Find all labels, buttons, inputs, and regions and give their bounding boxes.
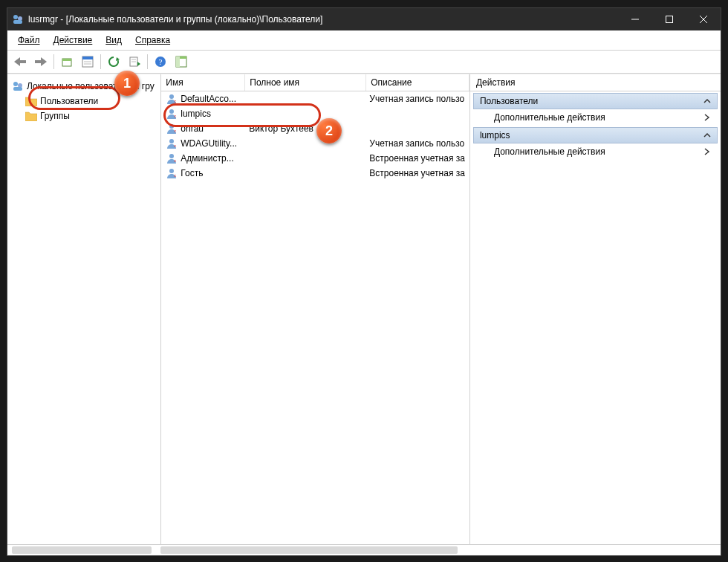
table-row[interactable]: Администр...Встроенная учетная за [161,151,469,166]
list-body: DefaultAcco...Учетная запись пользоlumpi… [161,91,469,544]
actions-group-selection[interactable]: lumpics [473,127,718,143]
cell-name: Администр... [181,153,233,164]
export-button[interactable] [125,52,144,71]
menu-action[interactable]: Действие [48,33,99,47]
folder-icon [25,95,37,107]
cell-name: Гость [181,168,203,178]
user-icon [166,152,178,164]
svg-point-30 [169,124,174,129]
statusbar [7,544,721,555]
actions-group-selection-label: lumpics [480,130,510,140]
user-icon [166,138,178,149]
svg-point-32 [169,154,174,158]
maximize-button[interactable] [652,8,686,30]
properties-button[interactable] [78,52,97,71]
svg-point-33 [169,169,174,173]
toolbar-separator [100,54,101,69]
cell-name: DefaultAcco... [181,94,236,104]
tree-panel: Локальные пользователи и гру Пользовател… [7,74,161,544]
cell-desc: Учетная запись пользо [369,138,464,149]
chevron-right-icon [704,148,710,155]
tree-root-label: Локальные пользователи и гру [27,81,155,91]
user-icon [166,167,178,179]
svg-rect-23 [176,56,180,67]
actions-panel: Действия Пользователи Дополнительные дей… [470,74,721,544]
window-title: lusrmgr - [Локальные пользователи и груп… [28,14,618,25]
actions-more-1[interactable]: Дополнительные действия [473,109,718,126]
menu-help[interactable]: Справка [129,33,176,47]
tree-users-label: Пользователи [40,96,98,106]
menubar: Файл Действие Вид Справка [7,30,721,51]
svg-rect-27 [13,87,22,91]
actions-more-2-label: Дополнительные действия [494,146,605,157]
svg-marker-8 [35,57,47,66]
actions-more-2[interactable]: Дополнительные действия [473,143,718,160]
svg-rect-12 [82,56,93,59]
toolbar-separator [147,54,148,69]
cell-name: lumpics [181,109,211,119]
cell-desc: Встроенная учетная за [369,153,465,164]
view-button[interactable] [172,52,191,71]
menu-file[interactable]: Файл [12,33,46,47]
refresh-button[interactable] [104,52,123,71]
cell-desc: Встроенная учетная за [369,168,465,178]
list-scrollbar[interactable] [160,546,458,554]
help-button[interactable]: ? [151,52,170,71]
folder-icon [25,110,37,122]
list-panel: Имя Полное имя Описание DefaultAcco...Уч… [161,74,470,544]
svg-point-0 [13,15,18,19]
titlebar: lusrmgr - [Локальные пользователи и груп… [7,8,721,30]
back-button[interactable] [10,52,30,71]
toolbar-separator [53,54,54,69]
svg-point-31 [169,139,174,143]
table-row[interactable]: WDAGUtility...Учетная запись пользо [161,136,469,151]
client-area: Локальные пользователи и гру Пользовател… [7,74,721,544]
chevron-up-icon [703,132,711,139]
tree-root[interactable]: Локальные пользователи и гру [10,79,157,94]
list-header: Имя Полное имя Описание [161,74,469,91]
table-row[interactable]: ГостьВстроенная учетная за [161,166,469,181]
svg-rect-10 [62,59,71,61]
svg-text:?: ? [159,57,163,66]
tree-scrollbar[interactable] [12,546,152,554]
window: lusrmgr - [Локальные пользователи и груп… [7,7,721,556]
column-name[interactable]: Имя [161,74,245,91]
svg-point-29 [169,109,174,114]
actions-group-users-label: Пользователи [480,96,538,106]
forward-button[interactable] [31,52,51,71]
svg-point-25 [13,82,18,86]
menu-view[interactable]: Вид [100,33,128,47]
table-row[interactable]: DefaultAcco...Учетная запись пользо [161,91,469,106]
window-buttons [618,8,721,30]
actions-group-users[interactable]: Пользователи [473,93,718,109]
svg-rect-24 [180,56,186,59]
toolbar: ? [7,51,721,74]
actions-header: Действия [470,74,721,91]
chevron-right-icon [704,114,710,121]
user-icon [166,93,178,105]
svg-rect-2 [13,20,22,24]
tree-groups[interactable]: Группы [24,109,157,123]
minimize-button[interactable] [618,8,652,30]
users-groups-icon [12,80,24,92]
svg-marker-19 [137,62,140,66]
up-button[interactable] [57,52,77,71]
cell-name: ohrau [181,123,204,134]
column-desc[interactable]: Описание [366,74,469,91]
actions-more-1-label: Дополнительные действия [494,112,605,123]
close-button[interactable] [686,8,721,30]
tree-users[interactable]: Пользователи [24,94,157,109]
svg-rect-4 [666,16,673,23]
tree-groups-label: Группы [40,111,70,121]
svg-marker-7 [14,57,26,66]
user-icon [166,108,178,120]
cell-name: WDAGUtility... [181,138,237,149]
chevron-up-icon [703,97,711,105]
svg-point-28 [169,94,174,99]
user-icon [166,123,178,135]
table-row[interactable]: lumpics [161,106,469,121]
cell-fullname: Виктор Бухтеев [249,123,313,134]
table-row[interactable]: ohrauВиктор Бухтеев [161,121,469,136]
app-icon [12,13,24,25]
column-fullname[interactable]: Полное имя [245,74,366,91]
